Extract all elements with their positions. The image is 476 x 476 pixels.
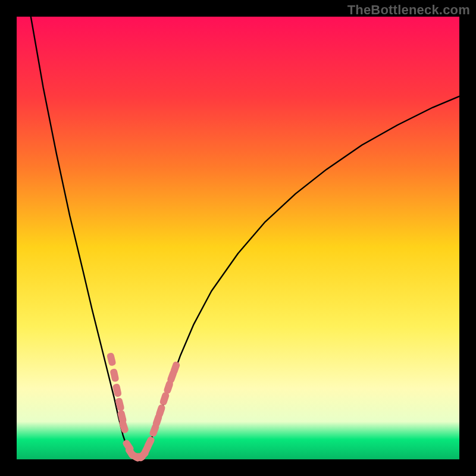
chart-canvas [0, 0, 476, 476]
watermark: TheBottleneck.com [347, 2, 470, 18]
